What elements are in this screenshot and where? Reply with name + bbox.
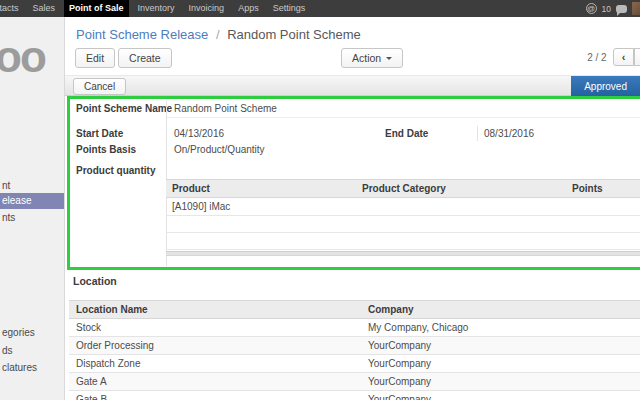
main-content: Point Scheme Release / Random Point Sche… [65, 17, 640, 400]
company-column-header: Company [361, 301, 640, 319]
breadcrumb-parent-link[interactable]: Point Scheme Release [76, 27, 208, 42]
statusbar: Cancel Approved [65, 75, 640, 96]
location-name-cell[interactable]: Gate B [69, 391, 361, 400]
product-column-header: Product [166, 180, 356, 198]
menu-contacts[interactable]: Contacts [0, 0, 24, 17]
location-name-cell[interactable]: Dispatch Zone [69, 355, 361, 373]
location-name-cell[interactable]: Stock [69, 319, 361, 337]
location-table-header-row: Location Name Company [69, 301, 640, 319]
product-table-header-row: Product Product Category Points [166, 180, 640, 198]
points-basis-value: On/Product/Quantity [174, 144, 265, 155]
topbar-right-icons: @ 10 [586, 0, 640, 17]
point-scheme-name-label: Point Scheme Name [76, 103, 172, 114]
point-scheme-name-value: Random Point Scheme [174, 103, 277, 114]
breadcrumb-separator: / [212, 27, 224, 42]
company-cell[interactable]: My Company, Chicago [361, 319, 640, 337]
breadcrumb: Point Scheme Release / Random Point Sche… [76, 27, 361, 42]
end-date-label: End Date [385, 128, 428, 139]
points-cell[interactable] [566, 198, 640, 216]
messages-icon[interactable] [616, 5, 627, 13]
sidebar-item[interactable]: nt [0, 178, 64, 194]
pager-count: 2 / 2 [587, 52, 606, 63]
location-row[interactable]: Dispatch Zone YourCompany [69, 355, 640, 373]
status-badge-approved[interactable]: Approved [571, 76, 640, 97]
top-navbar: Contacts Sales Point of Sale Inventory I… [0, 0, 640, 17]
product-category-column-header: Product Category [356, 180, 566, 198]
sidebar-item[interactable]: ds [0, 343, 64, 359]
location-table: Location Name Company Stock My Company, … [69, 300, 640, 400]
caret-down-icon [386, 57, 392, 63]
sidebar: oo nt elease nts egories ds clatures by … [0, 17, 65, 400]
menu-sales[interactable]: Sales [28, 0, 61, 17]
inbox-icon[interactable]: @ [586, 3, 597, 14]
company-cell[interactable]: YourCompany [361, 391, 640, 400]
table-row-empty [166, 233, 640, 250]
cancel-button[interactable]: Cancel [73, 78, 126, 95]
form-sheet-highlight-rectangle: Point Scheme Name Random Point Scheme St… [67, 96, 640, 270]
pager-next-button[interactable]: › [634, 48, 640, 66]
inbox-count-badge: 10 [602, 4, 611, 14]
avatar[interactable] [632, 2, 640, 15]
product-cell[interactable]: [A1090] iMac [166, 198, 356, 216]
location-row[interactable]: Gate B YourCompany [69, 391, 640, 400]
menu-point-of-sale[interactable]: Point of Sale [64, 0, 129, 17]
product-quantity-label: Product quantity [76, 165, 155, 176]
end-date-value: 08/31/2016 [484, 128, 534, 139]
action-dropdown-button[interactable]: Action [341, 48, 403, 68]
menu-invoicing[interactable]: Invoicing [184, 0, 230, 17]
product-table-row[interactable]: [A1090] iMac [166, 198, 640, 216]
sidebar-item[interactable]: clatures [0, 360, 64, 376]
create-button[interactable]: Create [118, 48, 172, 68]
odoo-logo: oo [0, 35, 45, 79]
main-menu: Contacts Sales Point of Sale Inventory I… [0, 0, 312, 17]
location-name-column-header: Location Name [69, 301, 361, 319]
location-row[interactable]: Order Processing YourCompany [69, 337, 640, 355]
sidebar-item-point-scheme-release[interactable]: elease [0, 193, 64, 209]
sidebar-item[interactable]: egories [0, 325, 64, 341]
company-cell[interactable]: YourCompany [361, 337, 640, 355]
edit-button[interactable]: Edit [75, 48, 115, 68]
pager-previous-button[interactable]: ‹ [613, 48, 635, 66]
points-column-header: Points [566, 180, 640, 198]
location-section-title: Location [73, 275, 117, 287]
location-row[interactable]: Stock My Company, Chicago [69, 319, 640, 337]
company-cell[interactable]: YourCompany [361, 373, 640, 391]
table-row-empty [166, 216, 640, 233]
product-table-footer [166, 251, 640, 256]
location-row[interactable]: Gate A YourCompany [69, 373, 640, 391]
start-date-label: Start Date [76, 128, 123, 139]
menu-settings[interactable]: Settings [268, 0, 311, 17]
menu-inventory[interactable]: Inventory [133, 0, 180, 17]
menu-apps[interactable]: Apps [233, 0, 264, 17]
sidebar-item[interactable]: nts [0, 210, 64, 226]
product-quantity-table: Product Product Category Points [A1090] … [166, 179, 640, 250]
start-date-value: 04/13/2016 [174, 128, 224, 139]
location-name-cell[interactable]: Gate A [69, 373, 361, 391]
action-label: Action [352, 52, 381, 64]
company-cell[interactable]: YourCompany [361, 355, 640, 373]
product-category-cell[interactable] [356, 198, 566, 216]
points-basis-label: Points Basis [76, 144, 136, 155]
location-name-cell[interactable]: Order Processing [69, 337, 361, 355]
pager: 2 / 2 ‹ › [587, 48, 640, 66]
toolbar: Edit Create Action 2 / 2 ‹ › [65, 48, 640, 70]
breadcrumb-current: Random Point Scheme [227, 27, 361, 42]
